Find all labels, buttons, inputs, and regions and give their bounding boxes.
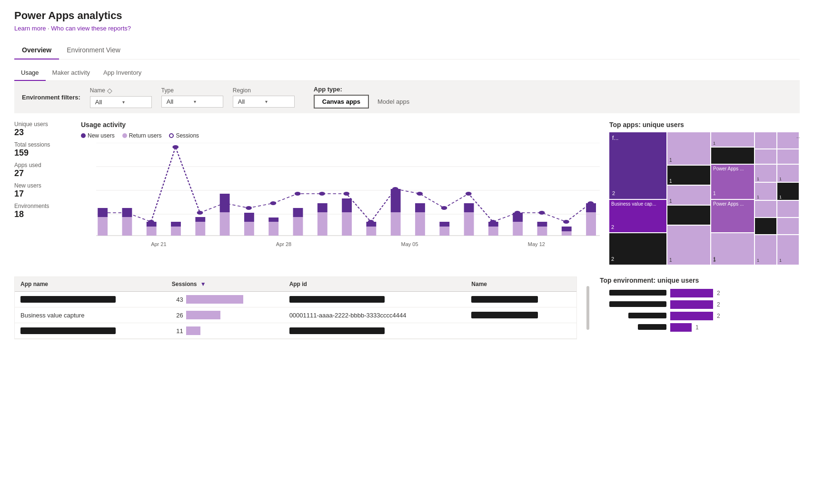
- redacted-env-label-1: [609, 290, 666, 296]
- col-sessions[interactable]: Sessions ▼: [166, 277, 284, 292]
- stat-apps-used: Apps used 27: [14, 162, 71, 178]
- svg-rect-100: [667, 186, 710, 205]
- svg-text:Power Apps ...: Power Apps ...: [713, 166, 744, 171]
- env-bar-row-1: 2: [600, 289, 800, 297]
- svg-rect-31: [342, 198, 352, 212]
- top-apps-treemap: f... 2 1 1 ... Business value cap... 2: [609, 132, 800, 266]
- svg-rect-17: [171, 222, 181, 227]
- stat-new-users: New users 17: [14, 182, 71, 199]
- env-bar-3: [670, 312, 713, 320]
- svg-rect-38: [439, 227, 449, 236]
- cell-sessions-3: 11: [166, 323, 284, 339]
- chevron-down-icon-region: ▾: [265, 99, 289, 104]
- filter-region-value: All: [238, 98, 262, 105]
- tab-overview[interactable]: Overview: [14, 41, 59, 59]
- stat-total-sessions-label: Total sessions: [14, 141, 71, 148]
- svg-rect-23: [244, 213, 254, 222]
- svg-rect-39: [439, 222, 449, 227]
- redacted-name-2: [471, 312, 538, 318]
- subtab-maker-activity[interactable]: Maker activity: [46, 65, 97, 81]
- filter-name-label: Name: [90, 87, 105, 94]
- svg-rect-22: [244, 222, 254, 236]
- table-panel: App name Sessions ▼ App id Name 43: [14, 277, 577, 339]
- table-header-row: App name Sessions ▼ App id Name: [15, 277, 576, 292]
- session-count-2: 26: [172, 312, 183, 319]
- chevron-down-icon-type: ▾: [194, 99, 218, 104]
- model-apps-button[interactable]: Model apps: [370, 95, 417, 109]
- filter-name-value: All: [95, 99, 119, 106]
- learn-more-link[interactable]: Learn more: [14, 25, 46, 32]
- svg-text:Business value cap...: Business value cap...: [611, 201, 656, 207]
- subtab-usage[interactable]: Usage: [14, 65, 46, 81]
- x-label-may05: May 05: [401, 241, 418, 247]
- env-bar-value-4: 1: [695, 324, 702, 331]
- filter-name-select[interactable]: All ▾: [90, 96, 152, 108]
- svg-text:1: 1: [779, 258, 782, 263]
- svg-text:1: 1: [779, 177, 782, 181]
- svg-rect-82: [777, 132, 799, 148]
- canvas-apps-button[interactable]: Canvas apps: [314, 95, 369, 109]
- svg-rect-98: [609, 233, 666, 265]
- svg-text:f...: f...: [612, 135, 618, 141]
- sort-arrow-sessions: ▼: [200, 281, 206, 287]
- svg-point-69: [514, 211, 520, 215]
- svg-rect-109: [755, 201, 776, 217]
- svg-point-63: [368, 220, 374, 224]
- session-bar-1: [186, 295, 243, 304]
- subtab-app-inventory[interactable]: App Inventory: [97, 65, 148, 81]
- filter-region-select[interactable]: All ▾: [233, 96, 295, 108]
- filter-type-select[interactable]: All ▾: [161, 96, 223, 108]
- legend-new-users-dot: [81, 133, 86, 138]
- svg-rect-50: [586, 212, 596, 236]
- cell-name-1: [466, 292, 576, 307]
- svg-point-68: [490, 220, 496, 224]
- x-label-may12: May 12: [528, 241, 545, 247]
- bottom-section: App name Sessions ▼ App id Name 43: [14, 277, 800, 339]
- env-bar-label-4: [600, 324, 666, 331]
- env-bar-row-4: 1: [600, 323, 800, 332]
- who-can-view-link[interactable]: Who can view these reports?: [51, 25, 131, 32]
- svg-rect-29: [318, 203, 328, 212]
- svg-text:1: 1: [757, 195, 759, 199]
- stat-unique-users: Unique users 23: [14, 121, 71, 138]
- legend-sessions-dot: [169, 133, 174, 138]
- env-bar-4: [670, 323, 692, 332]
- scrollbar-thumb[interactable]: [586, 286, 589, 330]
- filter-name-label-row: Name ◇: [90, 87, 152, 94]
- legend-return-users-dot: [122, 133, 127, 138]
- svg-rect-49: [562, 227, 572, 231]
- stat-apps-used-value: 27: [14, 168, 71, 178]
- page-header: Power Apps analytics Learn more · Who ca…: [14, 10, 800, 32]
- svg-rect-19: [195, 217, 205, 222]
- col-app-id: App id: [284, 277, 466, 292]
- app-type-section: App type: Canvas apps Model apps: [314, 86, 417, 109]
- svg-rect-44: [513, 222, 523, 236]
- chart-x-labels: Apr 21 Apr 28 May 05 May 12: [96, 239, 600, 247]
- tab-environment-view[interactable]: Environment View: [59, 41, 128, 59]
- cell-app-name-2: Business value capture: [15, 307, 166, 323]
- svg-rect-78: [711, 132, 754, 147]
- cell-app-id-3: [284, 323, 466, 339]
- stats-panel: Unique users 23 Total sessions 159 Apps …: [14, 121, 71, 267]
- legend-new-users: New users: [81, 132, 115, 139]
- svg-text:2: 2: [612, 190, 615, 196]
- redacted-app-id-1: [289, 296, 385, 303]
- table-row: 43: [15, 292, 576, 307]
- svg-rect-89: [667, 166, 710, 185]
- svg-point-67: [466, 192, 472, 196]
- redacted-env-label-2: [609, 301, 666, 307]
- svg-rect-27: [293, 208, 303, 217]
- svg-rect-113: [711, 233, 754, 265]
- cell-name-3: [466, 323, 576, 339]
- stat-unique-users-label: Unique users: [14, 121, 71, 128]
- svg-point-52: [99, 211, 105, 215]
- table-row: 11: [15, 323, 576, 339]
- cell-app-name-3: [15, 323, 166, 339]
- scrollbar-area: [586, 277, 590, 339]
- filter-type-label: Type: [161, 87, 223, 94]
- svg-text:1: 1: [669, 158, 672, 163]
- redacted-app-name-1: [20, 296, 116, 303]
- svg-rect-35: [391, 189, 401, 212]
- svg-rect-47: [537, 222, 547, 227]
- chart-wrapper: 20 15 10 5 0: [96, 143, 600, 247]
